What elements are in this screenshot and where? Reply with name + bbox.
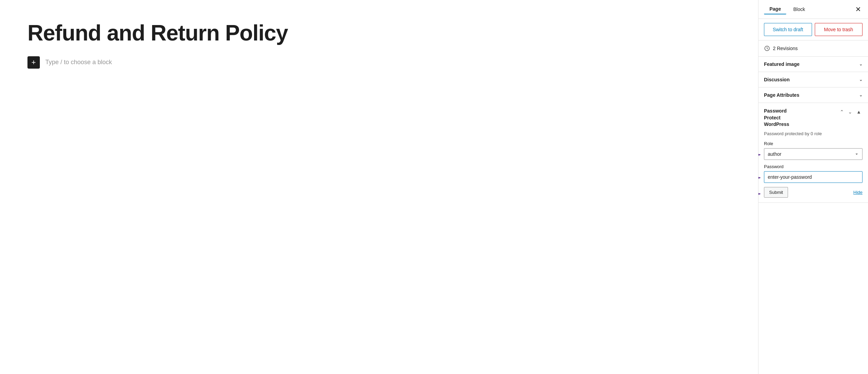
password-protect-section: PasswordProtectWordPress ⌃ ⌄ ▲ Password …: [758, 103, 868, 203]
page-attributes-label: Page Attributes: [764, 92, 799, 98]
discussion-section: Discussion ⌄: [758, 72, 868, 87]
pp-down-button[interactable]: ⌄: [847, 108, 854, 115]
pp-collapse-button[interactable]: ⌃: [838, 108, 845, 115]
pp-controls: ⌃ ⌄ ▲: [838, 108, 863, 115]
discussion-header[interactable]: Discussion ⌄: [758, 72, 868, 87]
role-label: Role: [764, 141, 863, 146]
arrow-password-icon: [758, 174, 762, 182]
switch-to-draft-button[interactable]: Switch to draft: [764, 23, 812, 36]
page-attributes-chevron-icon: ⌄: [859, 93, 863, 97]
featured-image-chevron-icon: ⌄: [859, 62, 863, 67]
featured-image-label: Featured image: [764, 61, 799, 67]
pp-body: Password protected by 0 role Role author…: [758, 131, 868, 202]
arrow-submit-icon: [758, 190, 762, 198]
sidebar: Page Block ✕ Switch to draft Move to tra…: [758, 0, 868, 374]
submit-button[interactable]: Submit: [764, 187, 788, 198]
hide-button[interactable]: Hide: [853, 190, 863, 195]
pp-title: PasswordProtectWordPress: [764, 108, 789, 128]
clock-icon: [764, 45, 770, 51]
password-label: Password: [764, 164, 863, 169]
page-attributes-section: Page Attributes ⌄: [758, 87, 868, 103]
revisions-row[interactable]: 2 Revisions: [758, 40, 868, 57]
arrow-role-icon: [758, 151, 762, 159]
password-form-group: Password: [764, 164, 863, 183]
sidebar-header: Page Block ✕: [758, 0, 868, 19]
add-block-button[interactable]: +: [27, 56, 40, 69]
action-buttons: Switch to draft Move to trash: [758, 19, 868, 40]
editor-area: Refund and Return Policy + Type / to cho…: [0, 0, 758, 374]
role-form-group: Role author editor subscriber administra…: [764, 141, 863, 160]
discussion-label: Discussion: [764, 77, 790, 82]
password-input[interactable]: [764, 171, 863, 183]
block-placeholder-row: + Type / to choose a block: [27, 56, 731, 69]
page-title: Refund and Return Policy: [27, 21, 731, 46]
form-footer: Submit Hide: [764, 187, 863, 198]
tab-block[interactable]: Block: [788, 4, 810, 14]
role-select[interactable]: author editor subscriber administrator: [764, 148, 863, 160]
close-button[interactable]: ✕: [854, 4, 863, 14]
pp-up-button[interactable]: ▲: [855, 108, 863, 115]
featured-image-section: Featured image ⌄: [758, 57, 868, 72]
move-to-trash-button[interactable]: Move to trash: [815, 23, 863, 36]
page-attributes-header[interactable]: Page Attributes ⌄: [758, 87, 868, 103]
pp-header: PasswordProtectWordPress ⌃ ⌄ ▲: [758, 103, 868, 131]
block-placeholder-text: Type / to choose a block: [45, 59, 112, 66]
pp-description: Password protected by 0 role: [764, 131, 863, 137]
revisions-label: 2 Revisions: [773, 46, 798, 51]
tab-page[interactable]: Page: [764, 4, 786, 14]
discussion-chevron-icon: ⌄: [859, 77, 863, 82]
tab-group: Page Block: [764, 4, 811, 14]
featured-image-header[interactable]: Featured image ⌄: [758, 57, 868, 72]
